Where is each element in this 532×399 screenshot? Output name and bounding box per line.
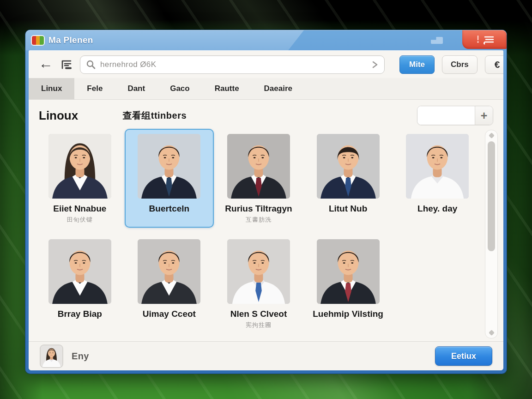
- add-member-button[interactable]: +: [475, 106, 493, 125]
- scrollbar-up-button[interactable]: [489, 133, 495, 139]
- tab-label: Gaco: [170, 84, 190, 93]
- tab-fele[interactable]: Fele: [74, 78, 115, 99]
- member-photo: [227, 134, 290, 199]
- add-member-input[interactable]: [417, 106, 475, 125]
- app-logo-icon: [32, 36, 44, 45]
- tab-label: Fele: [87, 84, 103, 93]
- tab-label: Dant: [127, 84, 145, 93]
- member-photo: [317, 239, 380, 304]
- tab-gaco[interactable]: Gaco: [157, 78, 202, 99]
- tab-label: Linux: [41, 84, 62, 93]
- tab-label: Rautte: [215, 84, 239, 93]
- member-grid: Eiiet Nnabue 田旬伏键 Buertceln Rurius Tiltr…: [35, 129, 482, 333]
- member-grid-area: Eiiet Nnabue 田旬伏键 Buertceln Rurius Tiltr…: [29, 128, 503, 341]
- member-card[interactable]: Luehmip Vilsting: [303, 234, 393, 333]
- chevron-right-icon[interactable]: [371, 60, 379, 69]
- tab-label: Daeaire: [264, 84, 292, 93]
- add-member-group: +: [417, 106, 493, 125]
- member-photo: [48, 239, 111, 304]
- member-name: Luehmip Vilsting: [313, 309, 383, 319]
- tab-rautte[interactable]: Rautte: [202, 78, 252, 99]
- member-name: Nlen S Clveot: [230, 309, 287, 319]
- search-value: hernehrod Ø6K: [100, 60, 367, 69]
- app-window: Ma Plenen ← hernehrod Ø6K: [25, 30, 507, 374]
- member-photo: [48, 134, 111, 199]
- member-name: Litut Nub: [329, 204, 367, 214]
- window-title: Ma Plenen: [48, 35, 93, 45]
- toolbar: ← hernehrod Ø6K Mite Cbrs €: [29, 50, 503, 78]
- tab-dant[interactable]: Dant: [115, 78, 157, 99]
- section-header: Linoux 查看组ttinbers +: [29, 100, 503, 128]
- cbrs-button[interactable]: Cbrs: [442, 55, 478, 74]
- close-glyph-icon: [472, 34, 496, 45]
- current-user-name: Eny: [72, 351, 89, 362]
- member-subtitle: 田旬伏键: [67, 216, 93, 224]
- tab-daeaire[interactable]: Daeaire: [252, 78, 305, 99]
- search-icon: [86, 60, 96, 70]
- mite-button[interactable]: Mite: [399, 55, 435, 74]
- scrollbar-down-button[interactable]: [489, 330, 495, 336]
- footer-bar: Eny Eetiux: [29, 341, 503, 370]
- eetiux-button[interactable]: Eetiux: [435, 346, 492, 366]
- member-card[interactable]: Buertceln: [125, 129, 214, 228]
- member-photo: [227, 239, 290, 304]
- member-photo: [317, 134, 380, 199]
- member-card[interactable]: Rurius Tiltragyn 互書肪洗: [214, 129, 303, 228]
- member-subtitle: 宪拘拄圃: [246, 321, 272, 329]
- member-card[interactable]: Brray Biap: [35, 234, 125, 333]
- member-photo: [138, 134, 200, 199]
- member-name: Rurius Tiltragyn: [225, 204, 292, 214]
- member-photo: [406, 134, 469, 199]
- scrollbar-thumb[interactable]: [488, 141, 495, 251]
- close-button[interactable]: [462, 30, 507, 49]
- member-card[interactable]: Litut Nub: [303, 129, 393, 228]
- member-name: Lhey. day: [417, 204, 457, 214]
- member-card[interactable]: Nlen S Clveot 宪拘拄圃: [214, 234, 303, 333]
- euro-button[interactable]: €: [485, 55, 503, 74]
- member-name: Uimay Cceot: [143, 309, 196, 319]
- scrollbar[interactable]: [485, 130, 498, 339]
- back-button[interactable]: ←: [39, 57, 53, 71]
- tab-bar: Linux Fele Dant Gaco Rautte Daeaire: [29, 78, 503, 100]
- member-card[interactable]: Lhey. day: [393, 129, 482, 228]
- member-name: Brray Biap: [58, 309, 102, 319]
- member-subtitle: 互書肪洗: [246, 216, 272, 224]
- tab-linux[interactable]: Linux: [29, 78, 74, 99]
- member-photo: [138, 239, 200, 304]
- view-members-label[interactable]: 查看组ttinbers: [122, 109, 187, 122]
- member-name: Eiiet Nnabue: [53, 204, 106, 214]
- window-content: ← hernehrod Ø6K Mite Cbrs €: [29, 50, 503, 370]
- search-input[interactable]: hernehrod Ø6K: [80, 55, 385, 74]
- member-name: Buertceln: [149, 204, 190, 214]
- member-card[interactable]: Eiiet Nnabue 田旬伏键: [35, 129, 125, 228]
- member-card[interactable]: Uimay Cceot: [125, 234, 214, 333]
- group-title: Linoux: [39, 109, 78, 123]
- current-user-avatar[interactable]: [40, 345, 63, 368]
- list-view-icon[interactable]: [60, 59, 73, 70]
